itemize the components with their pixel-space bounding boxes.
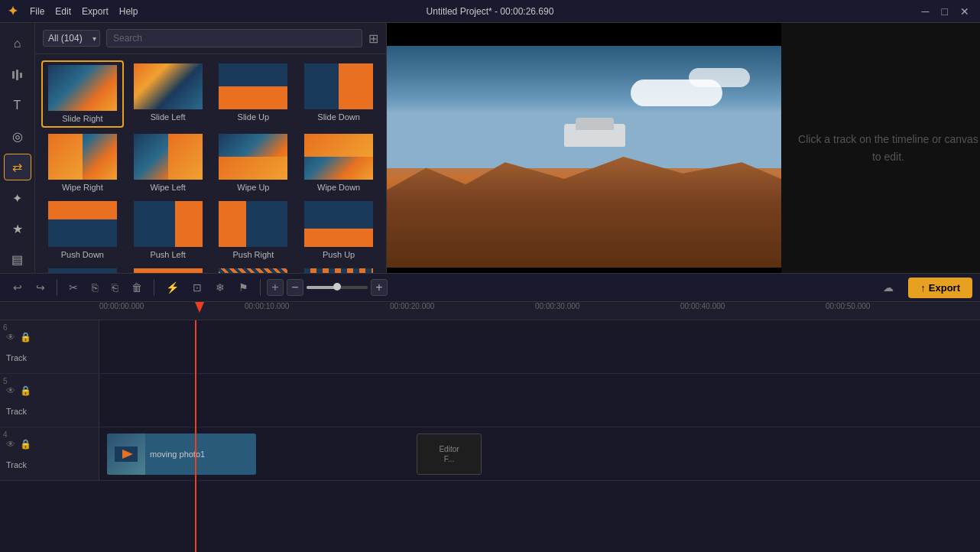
paste-button[interactable]: ⎗: [106, 278, 123, 297]
window-title: Untitled Project* - 00:00:26.690: [427, 6, 554, 17]
sidebar-star[interactable]: ★: [4, 216, 31, 242]
maximize-button[interactable]: □: [939, 5, 951, 18]
zoom-handle: [333, 283, 341, 291]
sidebar-text[interactable]: T: [4, 93, 31, 119]
thumb-row-split: [134, 268, 203, 273]
thumb-slide-down: [304, 63, 373, 109]
add-track-button[interactable]: +: [267, 279, 284, 296]
clip-thumb: [107, 433, 145, 475]
transition-wipe-up[interactable]: Wipe Up: [213, 131, 295, 195]
transition-row-merge[interactable]: Row Merge: [41, 265, 124, 273]
track-4-visibility-icon[interactable]: 👁: [6, 439, 15, 450]
delete-button[interactable]: 🗑: [126, 278, 148, 297]
transition-push-left[interactable]: Push Left: [127, 198, 209, 262]
transition-wipe-right[interactable]: Wipe Right: [41, 131, 124, 195]
sidebar-stickers[interactable]: ✦: [4, 185, 31, 211]
track-5-visibility-icon[interactable]: 👁: [6, 385, 15, 396]
menu-export[interactable]: Export: [82, 6, 109, 17]
window-controls: ─ □ ✕: [919, 5, 972, 18]
car-object: [564, 124, 625, 147]
toolbar-separator-2: [154, 279, 154, 296]
search-input[interactable]: [106, 29, 362, 47]
title-bar: ✦ File Edit Export Help Untitled Project…: [0, 0, 980, 23]
label-push-down: Push Down: [61, 250, 104, 259]
transition-slide-up[interactable]: Slide Up: [213, 60, 295, 128]
zoom-minus-button[interactable]: −: [287, 279, 303, 296]
transition-push-right[interactable]: Push Right: [213, 198, 295, 262]
video-canvas[interactable]: [387, 46, 781, 268]
sidebar-templates[interactable]: ▤: [4, 247, 31, 273]
thumb-wipe-right: [48, 134, 117, 180]
track-6-number: 6: [3, 323, 8, 332]
track-6-content[interactable]: [99, 320, 980, 373]
undo-button[interactable]: ↩: [8, 278, 28, 297]
transition-col-merge[interactable]: Col Merge: [297, 265, 380, 273]
transition-push-up[interactable]: Push Up: [297, 198, 380, 262]
transition-row-split[interactable]: Row Split: [127, 265, 209, 273]
track-6-visibility-icon[interactable]: 👁: [6, 332, 15, 343]
grid-view-icon[interactable]: ⊞: [368, 31, 378, 46]
thumb-push-left: [134, 201, 203, 247]
sidebar-transitions[interactable]: ⇄: [4, 154, 31, 180]
export-button[interactable]: ↑ Export: [908, 278, 972, 298]
toolbar-separator-1: [57, 279, 57, 296]
track-6-header: 6 👁 🔒 Track: [0, 320, 99, 373]
sidebar-audio[interactable]: [4, 61, 31, 87]
title-bar-left: ✦ File Edit Export Help: [8, 4, 138, 18]
add-track-section: +: [267, 279, 284, 296]
sidebar-effects[interactable]: ◎: [4, 123, 31, 149]
split-clip-button[interactable]: ⚡: [161, 278, 184, 297]
transition-slide-right[interactable]: Slide Right: [41, 60, 124, 128]
label-wipe-down: Wipe Down: [317, 183, 360, 192]
trim-button[interactable]: ⊡: [187, 278, 207, 297]
copy-button[interactable]: ⎘: [86, 278, 103, 297]
clip-editor[interactable]: Editor F...: [417, 433, 482, 475]
thumb-row-whisk: [219, 268, 287, 273]
clip-moving-photo1[interactable]: moving photo1: [107, 433, 256, 475]
clip-editor-label: Editor: [439, 445, 459, 453]
track-4-lock-icon[interactable]: 🔒: [20, 439, 31, 450]
menu-edit[interactable]: Edit: [55, 6, 71, 17]
zoom-plus-button[interactable]: +: [371, 279, 388, 296]
label-slide-down: Slide Down: [317, 112, 360, 122]
thumb-wipe-left: [134, 134, 203, 180]
filter-select[interactable]: All (104) Slides Wipes Push: [43, 30, 100, 47]
transition-push-down[interactable]: Push Down: [41, 198, 124, 262]
track-6-lock-icon[interactable]: 🔒: [20, 332, 31, 343]
menu-bar: File Edit Export Help: [30, 6, 138, 17]
track-5-label: Track: [6, 407, 92, 416]
clip-editor-label2: F...: [444, 455, 454, 463]
transition-slide-down[interactable]: Slide Down: [297, 60, 380, 128]
ruler-mark-40: 00:00:40.000: [680, 302, 725, 310]
video-bottom-bar: [387, 268, 781, 273]
thumb-slide-left: [134, 63, 203, 109]
label-wipe-right: Wipe Right: [62, 183, 103, 192]
freeze-frame-button[interactable]: ❄: [210, 278, 230, 297]
minimize-button[interactable]: ─: [919, 5, 933, 18]
cut-button[interactable]: ✂: [63, 278, 83, 297]
zoom-slider[interactable]: [307, 286, 368, 289]
redo-button[interactable]: ↪: [31, 278, 50, 297]
transition-wipe-left[interactable]: Wipe Left: [127, 131, 209, 195]
transition-wipe-down[interactable]: Wipe Down: [297, 131, 380, 195]
save-to-cloud-button[interactable]: ☁: [878, 278, 899, 297]
track-6-label: Track: [6, 353, 92, 362]
edit-hint-text: Click a track on the timeline or canvas …: [797, 131, 980, 165]
tracks-container: 6 👁 🔒 Track 5 👁 🔒 Track: [0, 320, 980, 552]
close-button[interactable]: ✕: [957, 5, 972, 18]
track-5-lock-icon[interactable]: 🔒: [20, 385, 31, 396]
transition-row-whisk[interactable]: Row Whisk: [213, 265, 295, 273]
transitions-grid: Slide Right Slide Left Slide Up Slide Do…: [35, 54, 386, 273]
thumb-push-down: [48, 201, 117, 247]
track-4-header: 4 👁 🔒 Track: [0, 427, 99, 480]
sidebar-home[interactable]: ⌂: [4, 31, 31, 57]
track-5-content[interactable]: [99, 374, 980, 427]
svg-rect-0: [12, 71, 15, 79]
preview-area: 00 : 00 : 06 .750 ⏮ ▶ ⏭ ⏹ Full Half Quar…: [387, 23, 980, 273]
menu-help[interactable]: Help: [119, 6, 138, 17]
label-push-left: Push Left: [150, 250, 185, 259]
marker-button[interactable]: ⚑: [233, 278, 254, 297]
menu-file[interactable]: File: [30, 6, 44, 17]
ruler-mark-0: 00:00:00.000: [99, 302, 144, 310]
transition-slide-left[interactable]: Slide Left: [127, 60, 209, 128]
